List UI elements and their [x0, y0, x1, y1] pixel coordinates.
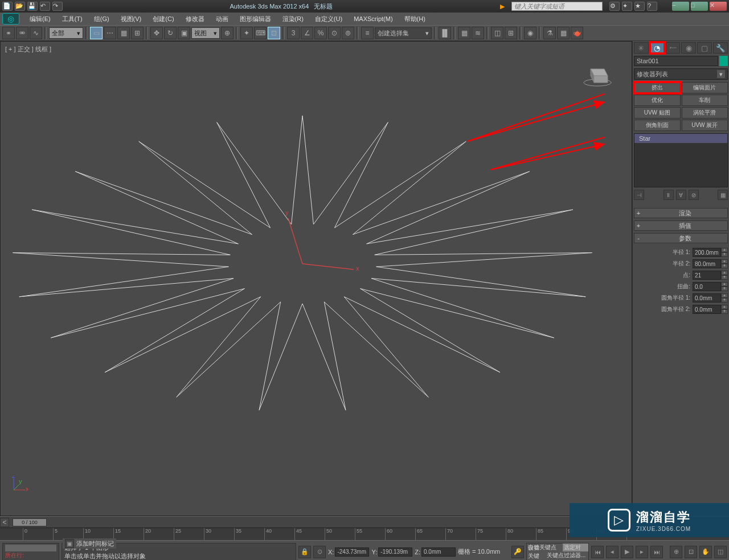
render-setup-icon[interactable]: ⚗ — [543, 27, 556, 39]
new-icon[interactable]: 📄 — [2, 2, 13, 11]
menu-render[interactable]: 渲染(R) — [277, 15, 309, 23]
motion-tab[interactable]: ◉ — [681, 42, 696, 54]
remove-mod-icon[interactable]: ⊘ — [689, 190, 699, 200]
open-icon[interactable]: 📂 — [15, 2, 25, 11]
filter-dropdown[interactable]: 全部▾ — [49, 27, 83, 39]
app-icon[interactable]: ◎ — [2, 13, 19, 24]
angle-snap-icon[interactable]: ∠ — [301, 27, 313, 39]
select-name-icon[interactable]: ⋯ — [104, 27, 116, 39]
uvwunwrap-button[interactable]: UVW 展开 — [682, 120, 728, 131]
viewport-nav3-icon[interactable]: ✋ — [699, 546, 712, 558]
select-icon[interactable]: ▭ — [90, 27, 103, 39]
key-icon[interactable]: 🔑 — [511, 546, 524, 558]
render-icon[interactable]: 🫖 — [571, 27, 583, 39]
extrude-button[interactable]: 挤出 — [634, 82, 681, 93]
snap-icon[interactable]: ⊡ — [268, 27, 280, 39]
params-rollout[interactable]: -参数 — [634, 233, 728, 243]
schematic-icon[interactable]: ⊞ — [505, 27, 517, 39]
timeline-toggle-icon[interactable]: < — [0, 518, 9, 527]
unique-icon[interactable]: ∀ — [676, 190, 686, 200]
close-button[interactable]: ✕ — [710, 2, 727, 11]
comm-icon[interactable]: ✦ — [622, 2, 632, 11]
menu-tools[interactable]: 工具(T) — [56, 15, 88, 23]
create-tab[interactable]: ✳ — [634, 42, 649, 54]
play-icon[interactable]: ▶ — [621, 546, 633, 558]
prev-frame-icon[interactable]: ◂ — [606, 546, 619, 558]
object-name-input[interactable] — [634, 56, 718, 66]
refcoord-dropdown[interactable]: 视图▾ — [191, 27, 220, 39]
q-icon[interactable]: ? — [647, 2, 657, 11]
menu-view[interactable]: 视图(V) — [115, 15, 148, 23]
bind-icon[interactable]: ∿ — [30, 27, 42, 39]
curve-editor-icon[interactable]: ◫ — [491, 27, 503, 39]
star-shape[interactable]: x y — [6, 87, 599, 429]
viewport[interactable]: [ + ] 正交 ] 线框 ] x y x z y — [0, 41, 632, 516]
lathe-button[interactable]: 车削 — [682, 95, 728, 106]
layers-icon[interactable]: ≋ — [472, 27, 484, 39]
menu-create[interactable]: 创建(C) — [147, 15, 179, 23]
stack-item-star[interactable]: Star — [634, 134, 727, 143]
interp-rollout[interactable]: +插值 — [634, 220, 728, 231]
show-result-icon[interactable]: Ⅱ — [664, 190, 674, 200]
modifier-list-dropdown[interactable]: 修改器列表▾ — [634, 68, 728, 80]
viewport-nav4-icon[interactable]: ◫ — [714, 546, 727, 558]
goto-start-icon[interactable]: ⏮ — [591, 546, 604, 558]
help-icon[interactable]: ⚙ — [609, 2, 620, 11]
selonly-dropdown[interactable]: 选定对 — [563, 543, 588, 551]
utilities-tab[interactable]: 🔧 — [713, 42, 728, 54]
timetag-icon[interactable]: ▣ — [65, 539, 74, 548]
named-sel-icon[interactable]: ≡ — [361, 27, 374, 39]
turbosmooth-button[interactable]: 涡轮平滑 — [682, 107, 728, 118]
keyboard-icon[interactable]: ⌨ — [254, 27, 267, 39]
render-frame-icon[interactable]: ▦ — [557, 27, 570, 39]
menu-animation[interactable]: 动画 — [210, 15, 234, 23]
snap3-icon[interactable]: 3 — [287, 27, 300, 39]
material-icon[interactable]: ◉ — [524, 27, 536, 39]
maximize-button[interactable]: □ — [691, 2, 708, 11]
search-input[interactable] — [511, 2, 603, 11]
menu-maxscript[interactable]: MAXScript(M) — [348, 15, 398, 22]
menu-help[interactable]: 帮助(H) — [399, 15, 431, 23]
scale-icon[interactable]: ▣ — [178, 27, 190, 39]
lock-icon[interactable]: 🔒 — [298, 546, 311, 558]
display-tab[interactable]: ▢ — [697, 42, 712, 54]
time-slider[interactable]: 0 / 100 — [13, 518, 47, 526]
rotate-icon[interactable]: ↻ — [164, 27, 177, 39]
pivot-icon[interactable]: ⊕ — [221, 27, 234, 39]
menu-edit[interactable]: 编辑(E) — [24, 15, 56, 23]
timetag-text[interactable]: 添加时间标记 — [76, 539, 114, 548]
bevelprofile-button[interactable]: 倒角剖面 — [634, 120, 681, 131]
selset-dropdown[interactable]: 创建选择集▾ — [375, 27, 432, 39]
undo-icon[interactable]: ↶ — [40, 2, 50, 11]
configure-icon[interactable]: ▦ — [718, 190, 728, 200]
menu-modifiers[interactable]: 修改器 — [180, 15, 210, 23]
manipulate-icon[interactable]: ✦ — [240, 27, 253, 39]
modify-tab[interactable]: ◔ — [650, 42, 665, 54]
menu-group[interactable]: 组(G) — [88, 15, 115, 23]
isolate-icon[interactable]: ⊙ — [313, 546, 326, 558]
spinner-snap-icon[interactable]: ⊙ — [328, 27, 341, 39]
align-icon[interactable]: ▦ — [458, 27, 470, 39]
viewcube[interactable] — [580, 59, 615, 87]
rect-select-icon[interactable]: ▦ — [117, 27, 130, 39]
maxscript-mini[interactable]: 所在行: — [2, 543, 59, 561]
pin-stack-icon[interactable]: ⊣ — [634, 190, 644, 200]
hierarchy-tab[interactable]: ⬳ — [666, 42, 681, 54]
redo-icon[interactable]: ↷ — [52, 2, 63, 11]
optimize-button[interactable]: 优化 — [634, 95, 681, 106]
object-color-swatch[interactable] — [719, 56, 728, 66]
unlink-icon[interactable]: ⚮ — [16, 27, 28, 39]
link-icon[interactable]: ⚭ — [2, 27, 15, 39]
next-frame-icon[interactable]: ▸ — [636, 546, 648, 558]
menu-customize[interactable]: 自定义(U) — [309, 15, 348, 23]
render-rollout[interactable]: +渲染 — [634, 208, 728, 218]
keyfilter-button[interactable]: 关键点过滤器... — [546, 551, 588, 561]
minimize-button[interactable]: − — [672, 2, 689, 11]
viewport-nav1-icon[interactable]: ⊕ — [670, 546, 682, 558]
mirror-icon[interactable]: ▐▌ — [439, 27, 451, 39]
setkey-button[interactable]: 设置关键点 — [527, 551, 546, 561]
menu-grapheditors[interactable]: 图形编辑器 — [234, 15, 277, 23]
viewport-label[interactable]: [ + ] 正交 ] 线框 ] — [5, 45, 51, 54]
save-icon[interactable]: 💾 — [27, 2, 38, 11]
snap-toggle-icon[interactable]: ⊚ — [342, 27, 354, 39]
